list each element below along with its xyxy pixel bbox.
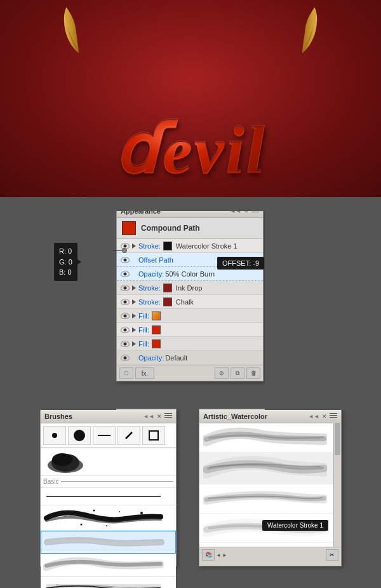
svg-point-10 <box>140 512 143 514</box>
brush-stroke-row5[interactable] <box>41 577 176 588</box>
visibility-icon-fill3[interactable] <box>121 341 130 347</box>
brushes-collapse-icon[interactable]: ◄◄ <box>143 413 154 420</box>
watercolor-tooltip: Watercolor Stroke 1 <box>262 520 328 531</box>
watercolor-titlebar: Artistic_Watercolor ◄◄ ✕ <box>199 409 341 423</box>
bg-right <box>265 197 381 410</box>
offset-label[interactable]: Offset Path <box>138 256 173 264</box>
wc-stroke-2[interactable] <box>199 453 333 484</box>
watercolor-library-btn[interactable]: 📚 <box>202 549 215 561</box>
visibility-icon-fill2[interactable] <box>121 327 130 333</box>
stroke1-swatch[interactable] <box>163 242 172 250</box>
visibility-icon-offset[interactable] <box>121 257 130 263</box>
appearance-row-stroke1[interactable]: Stroke: Watercolor Stroke 1 <box>117 239 263 253</box>
fill3-label[interactable]: Fill: <box>138 340 149 348</box>
stroke1-value: Watercolor Stroke 1 <box>176 242 237 250</box>
wc-stroke-1[interactable] <box>199 423 333 453</box>
expand-icon-stroke3[interactable] <box>132 299 136 304</box>
stroke2-swatch[interactable] <box>163 284 172 292</box>
rgb-r: R: 0 <box>59 246 72 257</box>
opacity2-value: Default <box>165 354 187 362</box>
watercolor-panel: Artistic_Watercolor ◄◄ ✕ <box>199 409 342 566</box>
brushes-menu-icon[interactable] <box>164 413 172 420</box>
devil-canvas: ɗevil ɗevil <box>0 0 381 197</box>
brushes-close-icon[interactable]: ✕ <box>157 413 162 420</box>
stroke3-swatch[interactable] <box>163 297 172 306</box>
brushes-titlebar: Brushes ◄◄ ✕ <box>41 409 176 423</box>
visibility-icon-stroke3[interactable] <box>121 299 130 305</box>
visibility-icon-opacity2[interactable] <box>121 355 130 361</box>
appearance-row-fill2[interactable]: Fill: <box>117 323 263 337</box>
brush-stroke-row2[interactable] <box>41 505 176 531</box>
brush-stroke-preview-5 <box>43 578 164 589</box>
svg-point-12 <box>106 525 107 526</box>
no-appearance-btn[interactable]: ⊘ <box>215 367 229 379</box>
fill2-label[interactable]: Fill: <box>138 326 149 334</box>
watercolor-collapse-icon[interactable]: ◄◄ <box>308 413 319 420</box>
brush-stroke-row4[interactable] <box>41 554 176 577</box>
visibility-icon-fill1[interactable] <box>121 313 130 319</box>
stroke3-label[interactable]: Stroke: <box>138 298 161 306</box>
expand-icon-stroke2[interactable] <box>132 285 136 291</box>
watercolor-scissors-btn[interactable]: ✂ <box>326 549 338 561</box>
expand-icon-fill3[interactable] <box>132 341 136 346</box>
watercolor-lib-icon[interactable]: ◄ <box>216 552 221 558</box>
watercolor-scrollbar-thumb[interactable] <box>335 423 340 455</box>
brushes-panel-title: Brushes <box>44 413 72 420</box>
wc-stroke-5[interactable] <box>199 543 333 547</box>
brush-blob-preview <box>43 450 88 474</box>
devil-text: ɗevil ɗevil <box>25 104 356 186</box>
rgb-g: G: 0 <box>59 257 72 268</box>
watercolor-scrollbar[interactable] <box>333 423 341 547</box>
appearance-row-stroke3[interactable]: Stroke: Chalk <box>117 295 263 309</box>
appearance-row-fill3[interactable]: Fill: <box>117 337 263 351</box>
appearance-object-header: Compound Path <box>117 218 263 239</box>
watercolor-next-icon[interactable]: ► <box>222 552 227 558</box>
fill1-swatch[interactable] <box>152 311 161 320</box>
brush-stroke-preview-3 <box>44 533 164 552</box>
svg-point-11 <box>81 523 83 525</box>
appearance-row-fill1[interactable]: Fill: <box>117 309 263 323</box>
brushes-panel: Brushes ◄◄ ✕ <box>40 409 177 566</box>
visibility-icon-opacity1[interactable] <box>121 271 130 277</box>
brush-cell-diagonal[interactable] <box>117 426 140 445</box>
brush-stroke-row1[interactable] <box>41 488 176 505</box>
brush-stroke-preview-2 <box>43 507 164 530</box>
brush-stroke-row3[interactable] <box>41 531 176 554</box>
brush-preview-row-blob[interactable] <box>41 448 176 476</box>
opacity2-label[interactable]: Opacity: <box>138 354 164 362</box>
expand-icon-fill1[interactable] <box>132 313 136 318</box>
appearance-fx-btn[interactable]: fx. <box>135 367 154 379</box>
brush-basic-label: Basic <box>43 478 58 485</box>
stroke2-label[interactable]: Stroke: <box>138 284 161 292</box>
stroke1-label[interactable]: Stroke: <box>138 242 161 250</box>
expand-icon-fill2[interactable] <box>132 327 136 332</box>
opacity1-label[interactable]: Opacity: <box>138 270 164 278</box>
fill2-swatch[interactable] <box>152 325 161 334</box>
watercolor-close-icon[interactable]: ✕ <box>322 413 327 420</box>
svg-point-8 <box>93 509 95 511</box>
duplicate-appearance-btn[interactable]: ⧉ <box>231 367 244 379</box>
brush-cell-dash[interactable] <box>93 426 116 445</box>
expand-icon-stroke1[interactable] <box>132 243 136 249</box>
stroke3-value: Chalk <box>176 298 194 306</box>
watercolor-panel-title: Artistic_Watercolor <box>203 413 267 420</box>
visibility-icon-stroke2[interactable] <box>121 285 130 291</box>
delete-appearance-btn[interactable]: 🗑 <box>246 367 260 379</box>
bg-bottom-strip <box>0 394 381 409</box>
brush-stroke-preview-4 <box>43 556 164 575</box>
watercolor-tooltip-text: Watercolor Stroke 1 <box>267 522 323 529</box>
wc-stroke-preview-1 <box>203 427 327 449</box>
offset-tooltip-value: OFFSET: -9 <box>222 259 259 267</box>
fill1-label[interactable]: Fill: <box>138 312 149 320</box>
offset-tooltip: OFFSET: -9 <box>217 257 264 270</box>
brush-cell-big-circle[interactable] <box>68 426 91 445</box>
appearance-row-opacity2[interactable]: Opacity: Default <box>117 351 263 365</box>
wc-stroke-3[interactable] <box>199 484 333 514</box>
appearance-row-stroke2[interactable]: Stroke: Ink Drop <box>117 281 263 295</box>
brush-cell-square[interactable] <box>142 426 165 445</box>
brush-cell-circle[interactable] <box>43 426 66 445</box>
svg-point-7 <box>70 510 73 513</box>
fill3-swatch[interactable] <box>152 339 161 348</box>
watercolor-menu-icon[interactable] <box>330 413 337 420</box>
add-new-bottom-btn[interactable]: □ <box>119 367 133 379</box>
